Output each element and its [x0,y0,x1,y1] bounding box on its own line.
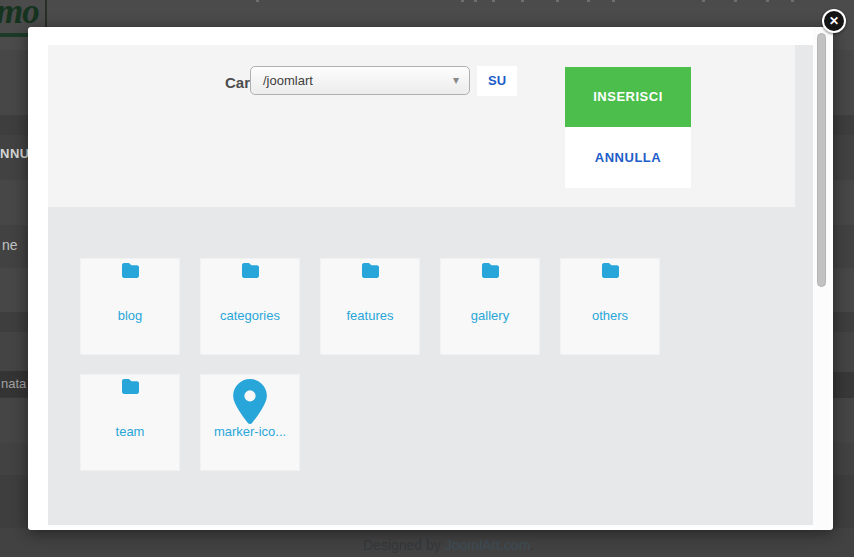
folder-icon [120,378,141,425]
file-tile-label: others [561,308,659,323]
cancel-button[interactable]: ANNULLA [565,127,691,188]
modal-content: Cartella /joomlart ▾ SU INSERISCI ANNULL… [48,45,815,525]
file-tile-label: marker-ico... [201,424,299,439]
file-thumbnail [561,259,659,309]
folder-icon [360,262,381,309]
screen: mo NNU ne nata Designed by JoomlArt.com.… [0,0,854,557]
file-thumbnail [201,259,299,309]
file-tile[interactable]: blog [80,258,180,355]
folder-icon [120,262,141,309]
file-tile[interactable]: categories [200,258,300,355]
media-picker-modal: Cartella /joomlart ▾ SU INSERISCI ANNULL… [28,27,833,530]
modal-scrollbar-thumb[interactable] [817,33,826,287]
footer-link[interactable]: JoomlArt.com [445,537,531,553]
background-partial-text: ne [2,237,18,253]
file-tile-label: features [321,308,419,323]
chevron-down-icon: ▾ [453,73,459,87]
up-button[interactable]: SU [477,66,517,96]
insert-button[interactable]: INSERISCI [565,67,691,127]
file-tile[interactable]: others [560,258,660,355]
file-tile-label: gallery [441,308,539,323]
file-tile[interactable]: team [80,374,180,471]
file-thumbnail [321,259,419,309]
footer-prefix: Designed by [363,537,445,553]
file-grid: blog categories [80,258,690,471]
folder-icon [240,262,261,309]
folder-select[interactable]: /joomlart ▾ [250,66,470,95]
file-thumbnail [441,259,539,309]
file-tile[interactable]: gallery [440,258,540,355]
modal-scrollbar-track[interactable] [813,27,830,530]
footer-suffix: . [530,537,534,553]
file-thumbnail [81,375,179,425]
folder-icon [480,262,501,309]
close-button[interactable]: ✕ [822,9,846,33]
file-tile[interactable]: marker-ico... [200,374,300,471]
background-partial-text: nata [1,376,26,391]
map-marker-icon [233,379,267,425]
file-thumbnail [81,259,179,309]
folder-form-panel: Cartella /joomlart ▾ SU INSERISCI ANNULL… [48,45,795,207]
designed-by-footer: Designed by JoomlArt.com. [363,537,534,553]
file-tile-label: categories [201,308,299,323]
file-tile[interactable]: features [320,258,420,355]
folder-select-value: /joomlart [263,73,313,88]
file-tile-label: team [81,424,179,439]
background-partial-text: NNU [0,146,30,161]
file-thumbnail [201,375,299,425]
folder-icon [600,262,621,309]
file-tile-label: blog [81,308,179,323]
